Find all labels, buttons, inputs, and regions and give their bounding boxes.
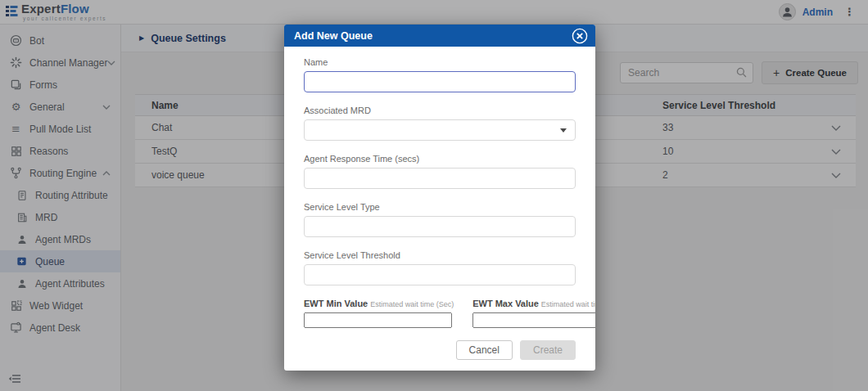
modal-body: Name Associated MRD Agent Response Time … — [284, 47, 595, 371]
ewt-fields-row: EWT Min Value Estimated wait time (Sec) … — [304, 299, 576, 328]
ewt-min-input[interactable] — [304, 312, 452, 328]
modal-header: Add New Queue — [284, 25, 595, 47]
associated-mrd-select[interactable] — [304, 119, 576, 141]
ewt-max-label: EWT Max Value — [472, 299, 539, 308]
modal-title: Add New Queue — [294, 30, 373, 42]
agent-response-time-label: Agent Response Time (secs) — [304, 154, 576, 164]
modal-footer: Cancel Create — [304, 340, 576, 362]
ewt-min-hint: Estimated wait time (Sec) — [370, 300, 454, 308]
service-level-type-input[interactable] — [304, 216, 576, 237]
field-ewt-max: EWT Max Value Estimated wait time (Sec) — [472, 299, 595, 328]
ewt-max-hint: Estimated wait time (Sec) — [541, 300, 595, 308]
service-level-type-label: Service Level Type — [304, 202, 576, 212]
field-associated-mrd: Associated MRD — [304, 106, 576, 141]
field-service-level-threshold: Service Level Threshold — [304, 250, 576, 285]
close-icon[interactable] — [572, 28, 588, 44]
create-button[interactable]: Create — [520, 340, 576, 360]
cancel-button[interactable]: Cancel — [456, 340, 513, 360]
service-level-threshold-label: Service Level Threshold — [304, 250, 576, 260]
caret-down-icon — [560, 128, 567, 133]
service-level-threshold-input[interactable] — [304, 264, 576, 285]
name-label: Name — [304, 57, 576, 67]
associated-mrd-label: Associated MRD — [304, 106, 576, 115]
field-service-level-type: Service Level Type — [304, 202, 576, 237]
app-root: ExpertFlow your callcenter experts Admin… — [0, 0, 868, 391]
ewt-max-input[interactable] — [472, 312, 595, 328]
name-input[interactable] — [304, 71, 576, 92]
agent-response-time-input[interactable] — [304, 168, 576, 189]
ewt-min-label: EWT Min Value — [304, 299, 368, 308]
field-agent-response-time: Agent Response Time (secs) — [304, 154, 576, 189]
field-name: Name — [304, 57, 576, 92]
add-new-queue-modal: Add New Queue Name Associated MRD — [284, 25, 595, 371]
field-ewt-min: EWT Min Value Estimated wait time (Sec) — [304, 299, 454, 328]
